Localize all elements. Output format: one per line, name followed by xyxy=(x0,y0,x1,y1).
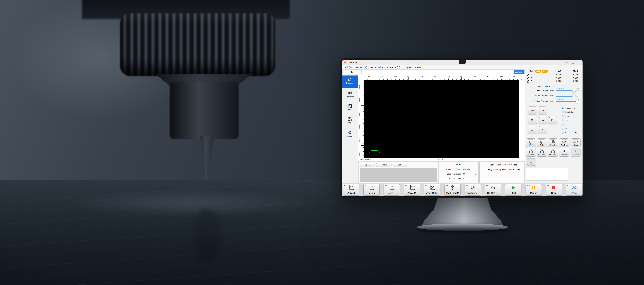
feed-override-slider[interactable] xyxy=(556,90,578,91)
f10-pause-button[interactable]: F10 Pause xyxy=(526,184,542,196)
menu-operation[interactable]: Operation(O) xyxy=(386,66,402,68)
resume-button[interactable]: Resume xyxy=(559,148,569,156)
f4-zero-xy-button[interactable]: F4 XY=0 Zero XY xyxy=(404,184,420,196)
f1-zero-x-button[interactable]: F1 X=0 Zero X xyxy=(343,184,359,196)
sidebar-item-label: Process xyxy=(342,82,358,84)
jog-x-plus-button[interactable]: 6 X+ xyxy=(548,116,557,124)
indicator-bar xyxy=(550,139,555,140)
hp-valve-button[interactable]: H HP Valve xyxy=(548,138,558,147)
job-file-list[interactable] xyxy=(360,168,436,182)
menu-machine[interactable]: Machine(M) xyxy=(354,66,369,68)
sidebar-item-log[interactable]: Log xyxy=(342,115,358,128)
sidebar-item-statistics[interactable]: Statistics xyxy=(342,89,358,102)
memory-usage: MEM: 4M/32M xyxy=(360,158,371,160)
open-button[interactable]: Open xyxy=(360,163,374,167)
jog-z-minus-button[interactable]: 1 Z- xyxy=(528,126,537,134)
f2-zero-y-button[interactable]: F2 Y=0 Zero Y xyxy=(364,184,380,196)
svg-text:Z=0: Z=0 xyxy=(391,186,393,188)
sidebar-item-label: Log xyxy=(342,122,358,124)
status-message-bar xyxy=(362,70,514,74)
refresh-icon[interactable]: ↻ xyxy=(474,177,476,180)
f6-go-fixed-point-button[interactable]: F6 Go Fixed P xyxy=(444,184,460,196)
warning-button[interactable]: Warning xyxy=(514,70,524,74)
ruler-x-tick: 300 xyxy=(407,75,410,77)
slider-thumb[interactable] xyxy=(576,100,579,103)
menu-help[interactable]: Help(H) xyxy=(402,66,414,68)
monitor-stand-base xyxy=(417,224,508,231)
a-valve-button[interactable]: A A. Valve xyxy=(526,148,536,156)
ruler-x-tick: 460 xyxy=(514,75,516,77)
edit-button[interactable]: Edit... xyxy=(392,163,408,167)
lp-valve-button[interactable]: L LP Valve xyxy=(548,148,558,156)
svg-text:H: H xyxy=(552,140,553,142)
toolpath-canvas[interactable]: Y Z X xyxy=(364,80,519,158)
gear-icon[interactable]: ⚙ xyxy=(575,132,577,134)
w-valve-button[interactable]: W W. Valve xyxy=(537,148,547,156)
jog-x-minus-button[interactable]: 4 X- xyxy=(528,116,537,124)
jog-handwheel-button[interactable]: 5 xyxy=(538,116,547,124)
ruler-x-tick: 380 xyxy=(460,75,463,77)
f8-go-wp-origin-button[interactable]: F8 Go WP Ori xyxy=(485,184,501,196)
canvas-ruler-x: 240260280300320340360380400420440460 xyxy=(358,75,524,80)
ruler-x-tick: 440 xyxy=(500,75,503,77)
loop-machining-value: 0/0 xyxy=(463,173,466,175)
coord-row-x: X 0.000 0.000 xyxy=(525,74,582,77)
f7-go-special-point-button[interactable]: F7 Go Spec. P xyxy=(465,184,481,196)
ruler-x-tick: 320 xyxy=(421,75,423,77)
remove-button[interactable]: Remove xyxy=(376,163,392,167)
sidebar-item-process[interactable]: Process xyxy=(342,76,358,88)
menu-file[interactable]: File(F) xyxy=(343,66,354,68)
minimize-icon[interactable] xyxy=(565,61,569,64)
simulate-button[interactable]: SIM Simu xyxy=(571,138,580,147)
nearby-button[interactable]: Nearby xyxy=(571,148,580,156)
process-count-label: Process Count xyxy=(439,178,461,180)
radio-icon xyxy=(562,132,564,134)
results-panel: Edge Finding Result Not Used Height Sens… xyxy=(480,162,524,183)
water-pump-icon xyxy=(529,140,533,144)
sidebar-item-settings[interactable]: ⚙ Settings xyxy=(342,128,358,141)
ruler-y-tick: 240 xyxy=(359,98,360,102)
stop-icon xyxy=(551,185,556,190)
avalve-override-slider[interactable] xyxy=(556,101,578,102)
radio-icon xyxy=(562,128,564,130)
jog-z-plus-button[interactable]: 7 Z+ xyxy=(528,106,537,114)
monitor-camera-notch xyxy=(459,60,466,64)
svg-text:Y=0: Y=0 xyxy=(370,186,373,188)
axis-zero-icon: XY=0 xyxy=(409,185,415,190)
f11-stop-button[interactable]: F11 Stop xyxy=(546,184,562,196)
sidebar-item-label: Settings xyxy=(342,135,358,138)
flowedge-logo-icon xyxy=(344,61,346,64)
f3-zero-z-button[interactable]: F3 Z=0 Zero Z xyxy=(384,184,400,196)
jog-y-minus-button[interactable]: 2 Y- xyxy=(538,126,547,134)
traverse-override-slider[interactable] xyxy=(556,96,578,96)
ruler-x-tick: 420 xyxy=(487,75,490,77)
axis-y-line xyxy=(371,144,371,151)
scene: FlowEdge × File(F) Machine(M) Advanced(S… xyxy=(0,0,644,285)
loop-machining-row: Loop Machining 0/0 ⚙ xyxy=(439,173,478,176)
axis-x-line xyxy=(371,150,378,151)
processing-time-row: Processing Time 00:00:00 xyxy=(439,168,478,171)
gear-icon[interactable]: ⚙ xyxy=(474,172,476,175)
radio-icon xyxy=(562,120,564,122)
ruler-y-tick: 200 xyxy=(359,125,360,129)
height-sensing-row: Height Sensing Result Not Enabled xyxy=(480,168,524,172)
menu-cam[interactable]: CAM(C)... xyxy=(413,66,427,68)
slider-thumb[interactable] xyxy=(572,94,576,98)
close-icon[interactable]: × xyxy=(577,61,581,64)
sidebar-item-label: Port xyxy=(342,108,358,110)
axis-zero-icon: Y=0 xyxy=(368,185,374,190)
maximize-icon[interactable] xyxy=(571,61,575,64)
dry-run-button[interactable]: Dry Run xyxy=(559,138,569,147)
menu-advanced[interactable]: Advanced(S) xyxy=(369,66,386,68)
jog-y-plus-button[interactable]: 8 Y+ xyxy=(538,106,547,114)
oil-pump-button[interactable]: O. P. xyxy=(537,138,547,147)
f5-zero-rotation-button[interactable]: F5 Zero Rotat xyxy=(424,184,440,196)
slider-thumb[interactable] xyxy=(572,89,576,92)
f9-start-button[interactable]: F9 Start xyxy=(505,184,521,196)
sidebar-item-port[interactable]: Port xyxy=(342,102,358,115)
coord-wp-value: 0.000 xyxy=(556,77,562,79)
oil-pump-icon xyxy=(540,140,544,144)
water-pump-button[interactable]: W. P. xyxy=(526,138,536,147)
f12-reset-button[interactable]: F12 Reset xyxy=(566,184,582,196)
finetune-button[interactable]: z FineTune xyxy=(526,158,536,167)
